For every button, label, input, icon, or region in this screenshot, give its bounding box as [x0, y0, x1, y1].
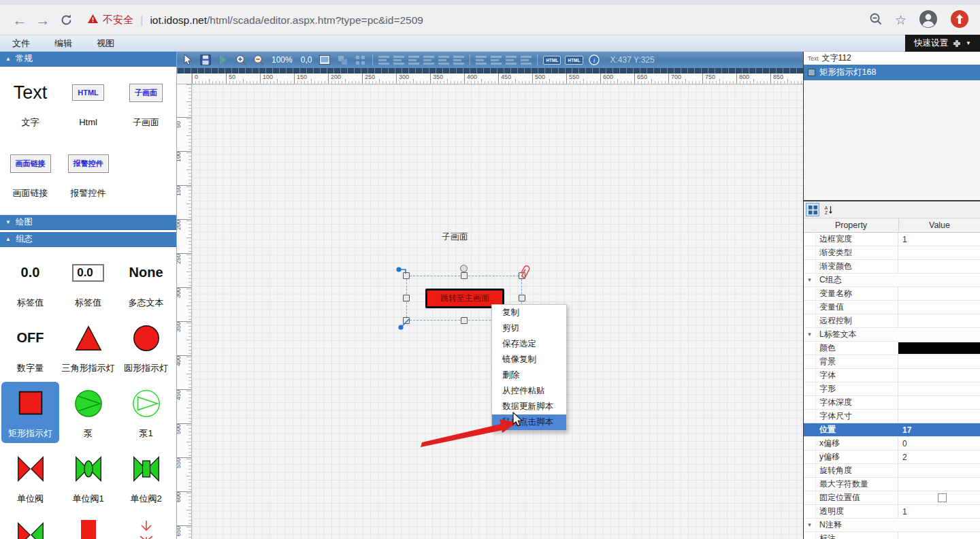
context-menu-item-6[interactable]: 数据更新脚本 [492, 399, 566, 414]
forward-icon[interactable]: → [31, 10, 54, 31]
context-menu-item-7[interactable]: 鼠标点击脚本 [492, 414, 566, 430]
context-menu-item-4[interactable]: 删除 [492, 368, 566, 383]
context-menu-item-2[interactable]: 保存选定 [492, 336, 566, 352]
palette-item-pump-outline[interactable]: 泵1 [117, 382, 175, 443]
palette-item-标签值[interactable]: 0.0标签值 [59, 251, 117, 312]
property-row[interactable]: y偏移2 [804, 451, 980, 464]
property-category-row[interactable]: ▼N注释 [804, 519, 980, 532]
html-source-icon[interactable]: HTML [565, 56, 583, 65]
resize-handle-n[interactable] [461, 272, 468, 279]
menu-item-1[interactable]: 编辑 [42, 37, 84, 50]
text-object-icon: Text [808, 55, 819, 62]
palette-item-文字[interactable]: Text文字 [1, 71, 59, 132]
category-collapse-icon[interactable]: ▼ [804, 519, 816, 532]
browser-update-icon[interactable] [950, 10, 969, 31]
palette-item-triangle-lamp[interactable]: 三角形指示灯 [59, 316, 117, 378]
pointer-tool-icon[interactable] [181, 54, 195, 67]
property-row[interactable]: 颜色 [804, 342, 980, 355]
context-menu-item-5[interactable]: 从控件粘贴 [492, 383, 566, 399]
resize-handle-nw[interactable] [403, 272, 410, 279]
resize-handle-e[interactable] [519, 295, 525, 301]
zoom-out-icon[interactable] [252, 54, 265, 67]
context-menu-item-1[interactable]: 剪切 [492, 321, 566, 336]
preview-screen-icon[interactable] [318, 54, 331, 67]
url-host[interactable]: iot.idosp.net [150, 14, 207, 27]
rotate-handle[interactable] [460, 265, 468, 272]
palette-item-画面链接[interactable]: 画面链接画面链接 [1, 142, 59, 203]
property-value: 1 [898, 233, 980, 246]
zoom-in-icon[interactable] [234, 54, 248, 67]
palette-section-general[interactable]: ▲ 常规 [0, 52, 176, 67]
property-row[interactable]: 旋转角度 [804, 464, 980, 478]
palette-item-hand-switch[interactable]: 车手 [117, 513, 175, 539]
profile-avatar-icon[interactable] [919, 10, 938, 31]
subscreen-label[interactable]: 子画面 [442, 231, 468, 243]
property-row[interactable]: 背景 [804, 355, 980, 369]
menu-item-2[interactable]: 视图 [84, 37, 127, 50]
palette-item-circle-lamp[interactable]: 圆形指示灯 [117, 316, 175, 378]
zoom-out-page-icon[interactable] [869, 12, 883, 29]
palette-item-数字量[interactable]: OFF数字量 [1, 316, 59, 378]
resize-handle-w[interactable] [403, 295, 410, 301]
resize-handle-s[interactable] [461, 317, 468, 324]
property-row[interactable]: 字体深度 [804, 396, 980, 410]
palette-item-子画面[interactable]: 子画面子画面 [117, 71, 175, 132]
category-collapse-icon[interactable]: ▼ [804, 274, 816, 287]
menu-item-0[interactable]: 文件 [0, 37, 42, 50]
property-category-row[interactable]: ▼C组态 [804, 274, 980, 287]
back-icon[interactable]: ← [8, 10, 31, 31]
property-row[interactable]: 变量值 [804, 301, 980, 314]
resize-handle-ne[interactable] [519, 272, 525, 279]
bookmark-star-icon[interactable]: ☆ [895, 12, 906, 28]
color-swatch[interactable] [898, 342, 980, 354]
property-row[interactable]: 字形 [804, 382, 980, 396]
property-row[interactable]: 渐变颜色 [804, 260, 980, 274]
property-row[interactable]: 最大字符数量 [804, 478, 980, 491]
palette-item-valve-red[interactable]: 单位阀 [1, 447, 59, 508]
palette-item-valve-red-green[interactable]: 两位阀 [1, 513, 59, 539]
palette-item-rect-lamp[interactable]: 矩形指示灯 [1, 382, 59, 443]
property-row[interactable]: 渐变类型 [804, 246, 980, 260]
property-name: 标注 [816, 532, 898, 539]
save-icon[interactable] [199, 54, 212, 67]
property-category-row[interactable]: ▼L标签文本 [804, 328, 980, 342]
property-value [898, 246, 980, 259]
palette-item-多态文本[interactable]: None多态文本 [117, 251, 175, 312]
palette-item-pump[interactable]: 泵 [59, 382, 117, 443]
address-bar[interactable]: 不安全 | iot.idosp.net/html/scada/editor.as… [87, 14, 869, 27]
property-row[interactable]: 位置17 [804, 423, 980, 437]
checkbox[interactable] [938, 493, 947, 502]
object-list-item-text[interactable]: Text 文字112 [804, 52, 980, 65]
palette-item-Html[interactable]: HTMLHtml [59, 71, 117, 132]
palette-item-报警控件[interactable]: 报警控件报警控件 [59, 142, 117, 203]
url-path[interactable]: /html/scada/editor.aspx.htm?type=pc&id=2… [207, 14, 423, 27]
property-row[interactable]: 透明度1 [804, 505, 980, 519]
property-row[interactable]: 边框宽度1 [804, 233, 980, 246]
sort-az-icon[interactable]: AZ [821, 203, 835, 216]
design-canvas[interactable]: 子画面 跳转至主画面 [192, 84, 803, 539]
palette-section-config[interactable]: ▲ 组态 [0, 232, 176, 247]
object-list-item-rect-lamp[interactable]: 矩形指示灯168 [804, 65, 980, 80]
category-collapse-icon[interactable]: ▼ [804, 328, 816, 341]
palette-item-valve-green-ellipse[interactable]: 单位阀1 [59, 447, 117, 508]
palette-section-drawing[interactable]: ▼ 绘图 [0, 215, 176, 230]
property-row[interactable]: 固定位置值 [804, 491, 980, 505]
context-menu-item-0[interactable]: 复制 [492, 305, 566, 321]
property-row[interactable]: 标注 [804, 532, 980, 539]
reload-icon[interactable] [54, 10, 78, 31]
property-row[interactable]: x偏移0 [804, 437, 980, 451]
palette-item-标签值[interactable]: 0.0标签值 [1, 251, 59, 312]
security-warning-label[interactable]: 不安全 [103, 14, 133, 27]
categorize-icon[interactable] [806, 203, 819, 216]
info-icon[interactable]: i [587, 54, 601, 67]
quick-settings-button[interactable]: 快速设置 ▼ [905, 35, 980, 52]
resize-handle-sw[interactable] [403, 317, 410, 324]
palette-item-breaker-rect[interactable]: 断路器 [59, 513, 117, 539]
palette-item-valve-green-rect[interactable]: 单位阀2 [117, 447, 175, 508]
property-row[interactable]: 变量名称 [804, 287, 980, 301]
html-export-icon[interactable]: HTML [543, 56, 561, 65]
property-row[interactable]: 字体尺寸 [804, 410, 980, 423]
context-menu-item-3[interactable]: 镜像复制 [492, 352, 566, 368]
property-row[interactable]: 字体 [804, 369, 980, 382]
property-row[interactable]: 远程控制 [804, 314, 980, 328]
